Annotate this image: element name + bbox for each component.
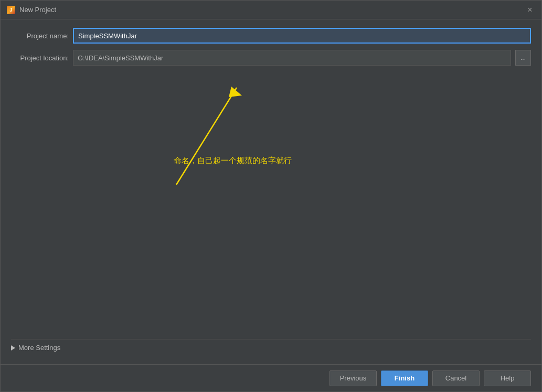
title-bar-left: J New Project xyxy=(7,6,56,14)
help-button[interactable]: Help xyxy=(484,370,531,386)
project-location-input[interactable] xyxy=(73,50,511,66)
annotation-arrow xyxy=(116,82,252,198)
dialog-title: New Project xyxy=(19,6,56,14)
more-settings-row[interactable]: More Settings xyxy=(11,339,531,356)
dialog-footer: Previous Finish Cancel Help xyxy=(1,364,541,391)
project-name-label: Project name: xyxy=(11,32,69,40)
more-settings-triangle-icon xyxy=(11,345,15,351)
close-button[interactable]: × xyxy=(525,5,535,15)
project-name-input[interactable] xyxy=(73,28,531,44)
project-name-row: Project name: xyxy=(11,28,531,44)
cancel-button[interactable]: Cancel xyxy=(432,370,480,386)
title-bar: J New Project × xyxy=(1,1,541,19)
annotation-text: 命名，自己起一个规范的名字就行 xyxy=(174,156,292,166)
previous-button[interactable]: Previous xyxy=(330,370,377,386)
finish-button[interactable]: Finish xyxy=(381,370,428,386)
new-project-dialog: J New Project × Project name: Project lo… xyxy=(0,0,542,392)
project-location-label: Project location: xyxy=(11,54,69,62)
browse-button[interactable]: ... xyxy=(515,50,531,66)
svg-marker-1 xyxy=(229,87,242,97)
svg-line-0 xyxy=(176,88,237,185)
project-location-row: Project location: ... xyxy=(11,50,531,66)
more-settings-label[interactable]: More Settings xyxy=(18,344,60,352)
dialog-content: Project name: Project location: ... 命名，自… xyxy=(1,19,541,364)
app-icon: J xyxy=(7,6,15,14)
annotation-area: 命名，自己起一个规范的名字就行 xyxy=(11,72,531,333)
